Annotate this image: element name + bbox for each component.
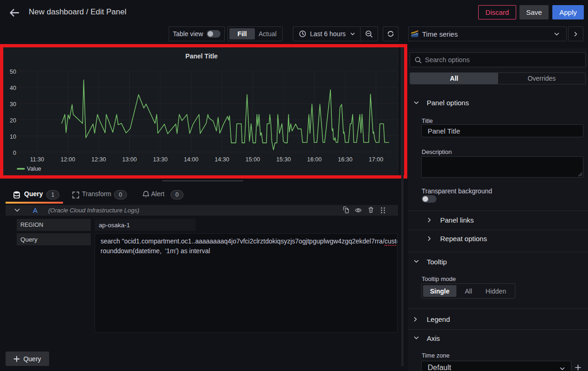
svg-text:Panel Title: Panel Title bbox=[185, 52, 218, 60]
svg-text:14:30: 14:30 bbox=[215, 156, 229, 163]
svg-text:10: 10 bbox=[10, 134, 16, 140]
svg-text:17:00: 17:00 bbox=[369, 156, 383, 163]
svg-text:30: 30 bbox=[10, 101, 16, 108]
svg-text:15:30: 15:30 bbox=[276, 156, 291, 163]
svg-text:Value: Value bbox=[27, 166, 41, 172]
svg-text:14:00: 14:00 bbox=[184, 156, 198, 163]
svg-text:13:00: 13:00 bbox=[122, 156, 137, 163]
svg-text:16:30: 16:30 bbox=[338, 156, 352, 163]
svg-text:11:30: 11:30 bbox=[30, 156, 44, 163]
svg-text:13:30: 13:30 bbox=[153, 156, 167, 163]
svg-text:16:00: 16:00 bbox=[307, 156, 322, 163]
svg-text:12:30: 12:30 bbox=[91, 156, 106, 163]
svg-text:12:00: 12:00 bbox=[61, 156, 75, 163]
svg-text:0: 0 bbox=[13, 150, 16, 156]
svg-text:15:00: 15:00 bbox=[246, 156, 260, 163]
svg-text:40: 40 bbox=[10, 85, 16, 91]
svg-text:20: 20 bbox=[10, 117, 16, 124]
svg-text:50: 50 bbox=[10, 69, 16, 75]
